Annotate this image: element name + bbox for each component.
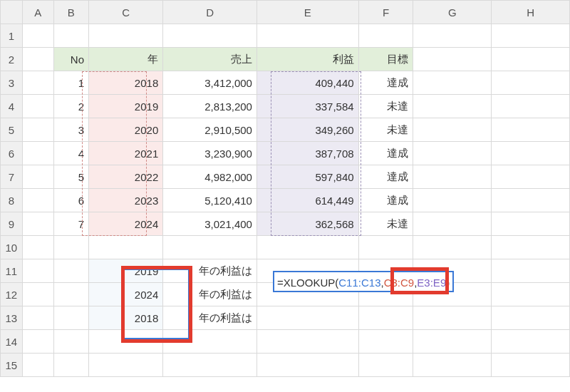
cell-profit[interactable]: 362,568 — [256, 212, 358, 236]
cell-target[interactable]: 未達 — [358, 212, 413, 236]
cell[interactable] — [53, 354, 88, 377]
cell[interactable] — [492, 259, 570, 283]
cell-profit[interactable]: 597,840 — [256, 165, 358, 189]
cell[interactable] — [22, 330, 53, 354]
col-header[interactable]: F — [358, 1, 413, 24]
cell[interactable] — [413, 189, 492, 212]
cell[interactable] — [492, 236, 570, 259]
cell[interactable] — [413, 48, 492, 71]
cell[interactable] — [492, 71, 570, 95]
row-header[interactable]: 9 — [1, 212, 23, 236]
cell[interactable] — [163, 354, 257, 377]
cell[interactable] — [163, 330, 257, 354]
cell[interactable] — [413, 165, 492, 189]
cell[interactable] — [53, 24, 88, 48]
cell-year[interactable]: 2021 — [88, 142, 162, 165]
cell-no[interactable]: 1 — [53, 71, 88, 95]
header-sales[interactable]: 売上 — [163, 48, 257, 71]
row-header[interactable]: 14 — [1, 330, 23, 354]
cell[interactable] — [492, 330, 570, 354]
row-header[interactable]: 11 — [1, 259, 23, 283]
select-all-corner[interactable] — [1, 1, 23, 24]
cell[interactable] — [358, 236, 413, 259]
cell-year[interactable]: 2022 — [88, 165, 162, 189]
lookup-result-cell[interactable] — [256, 306, 358, 330]
cell[interactable] — [163, 236, 257, 259]
cell[interactable] — [22, 354, 53, 377]
cell[interactable] — [492, 354, 570, 377]
cell[interactable] — [53, 283, 88, 306]
row-header[interactable]: 15 — [1, 354, 23, 377]
cell-sales[interactable]: 2,910,500 — [163, 118, 257, 142]
cell[interactable] — [492, 48, 570, 71]
row-header[interactable]: 6 — [1, 142, 23, 165]
lookup-label-cell[interactable]: 年の利益は — [163, 283, 257, 306]
cell-profit[interactable]: 349,260 — [256, 118, 358, 142]
cell[interactable] — [22, 306, 53, 330]
col-header[interactable]: H — [492, 1, 570, 24]
cell[interactable] — [413, 236, 492, 259]
lookup-year-cell[interactable]: 2019 — [88, 259, 162, 283]
cell-no[interactable]: 6 — [53, 189, 88, 212]
cell[interactable] — [22, 142, 53, 165]
cell[interactable] — [22, 71, 53, 95]
lookup-year-cell[interactable]: 2018 — [88, 306, 162, 330]
cell-no[interactable]: 3 — [53, 118, 88, 142]
cell-no[interactable]: 7 — [53, 212, 88, 236]
cell[interactable] — [358, 354, 413, 377]
cell[interactable] — [492, 95, 570, 118]
header-target[interactable]: 目標 — [358, 48, 413, 71]
cell-sales[interactable]: 3,412,000 — [163, 71, 257, 95]
row-header[interactable]: 13 — [1, 306, 23, 330]
cell[interactable] — [358, 24, 413, 48]
cell-target[interactable]: 達成 — [358, 189, 413, 212]
cell[interactable] — [53, 306, 88, 330]
cell[interactable] — [358, 330, 413, 354]
cell[interactable] — [22, 283, 53, 306]
cell[interactable] — [413, 212, 492, 236]
cell-profit[interactable]: 409,440 — [256, 71, 358, 95]
cell[interactable] — [413, 71, 492, 95]
cell[interactable] — [256, 354, 358, 377]
cell[interactable] — [88, 354, 162, 377]
cell-profit[interactable]: 614,449 — [256, 189, 358, 212]
cell[interactable] — [22, 118, 53, 142]
cell[interactable] — [88, 236, 162, 259]
row-header[interactable]: 3 — [1, 71, 23, 95]
spreadsheet[interactable]: A B C D E F G H 12No年売上利益目標3120183,412,0… — [0, 0, 570, 392]
cell[interactable] — [22, 48, 53, 71]
cell[interactable] — [492, 306, 570, 330]
header-no[interactable]: No — [53, 48, 88, 71]
cell[interactable] — [163, 24, 257, 48]
cell[interactable] — [53, 259, 88, 283]
col-header[interactable]: D — [163, 1, 257, 24]
cell[interactable] — [22, 95, 53, 118]
cell-sales[interactable]: 2,813,200 — [163, 95, 257, 118]
cell[interactable] — [413, 330, 492, 354]
cell-profit[interactable]: 337,584 — [256, 95, 358, 118]
cell-year[interactable]: 2023 — [88, 189, 162, 212]
header-profit[interactable]: 利益 — [256, 48, 358, 71]
cell-no[interactable]: 4 — [53, 142, 88, 165]
grid-table[interactable]: A B C D E F G H 12No年売上利益目標3120183,412,0… — [0, 0, 570, 377]
cell[interactable] — [256, 24, 358, 48]
cell[interactable] — [22, 24, 53, 48]
lookup-label-cell[interactable]: 年の利益は — [163, 306, 257, 330]
cell[interactable] — [256, 330, 358, 354]
cell-profit[interactable]: 387,708 — [256, 142, 358, 165]
row-header[interactable]: 5 — [1, 118, 23, 142]
lookup-year-cell[interactable]: 2024 — [88, 283, 162, 306]
cell-sales[interactable]: 5,120,410 — [163, 189, 257, 212]
cell[interactable] — [22, 259, 53, 283]
row-header[interactable]: 2 — [1, 48, 23, 71]
cell[interactable] — [53, 236, 88, 259]
cell[interactable] — [492, 142, 570, 165]
cell-sales[interactable]: 3,021,400 — [163, 212, 257, 236]
cell-no[interactable]: 2 — [53, 95, 88, 118]
cell[interactable] — [358, 306, 413, 330]
row-header[interactable]: 10 — [1, 236, 23, 259]
cell[interactable] — [413, 95, 492, 118]
cell[interactable] — [413, 118, 492, 142]
cell[interactable] — [88, 330, 162, 354]
row-header[interactable]: 4 — [1, 95, 23, 118]
